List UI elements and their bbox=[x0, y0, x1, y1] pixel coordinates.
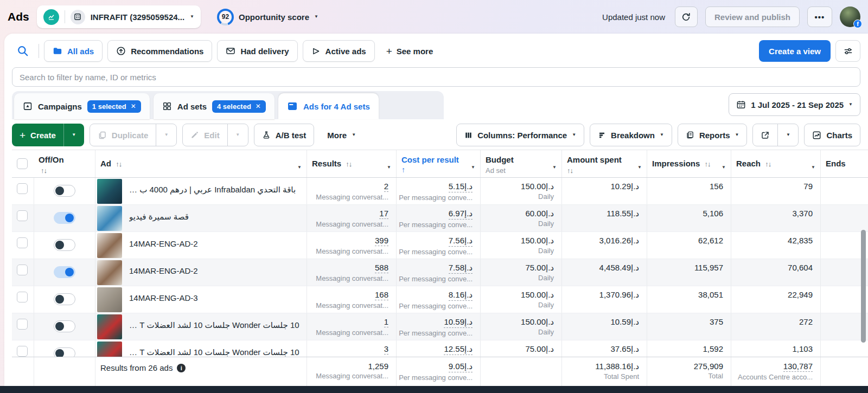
results-value[interactable]: 399 bbox=[375, 236, 388, 246]
more-options-button[interactable]: ••• bbox=[807, 7, 832, 27]
cost-per-result-value[interactable]: 8.16د.إ bbox=[449, 290, 473, 301]
sort-icon: ↑↓ bbox=[705, 160, 711, 168]
column-header-impressions[interactable]: Impressions ↑↓ ▼ bbox=[647, 150, 731, 177]
search-input[interactable] bbox=[12, 67, 860, 87]
ad-active-toggle[interactable] bbox=[54, 212, 75, 224]
clear-selection-icon[interactable]: ✕ bbox=[256, 102, 261, 110]
ad-name[interactable]: باقة التحدي Infrabaldan عربي | درهم 4000… bbox=[129, 179, 303, 204]
refresh-button[interactable] bbox=[675, 7, 698, 27]
ad-active-toggle[interactable] bbox=[54, 239, 75, 251]
ad-active-toggle[interactable] bbox=[54, 185, 75, 197]
account-selector[interactable]: INFRAFIT (3295059524... ▼ bbox=[37, 5, 201, 28]
chevron-down-icon[interactable]: ▼ bbox=[387, 162, 391, 172]
ad-name[interactable]: قصة سميرة فيديو bbox=[129, 206, 303, 231]
cost-per-result-value[interactable]: 5.15د.إ bbox=[449, 182, 473, 192]
cost-per-result-average[interactable]: 9.05د.إ bbox=[449, 362, 473, 372]
vertical-scrollbar[interactable] bbox=[861, 230, 866, 343]
user-avatar[interactable]: f bbox=[840, 7, 860, 27]
chevron-down-icon[interactable]: ▼ bbox=[552, 162, 557, 172]
tab-campaigns[interactable]: Campaigns 1 selected ✕ bbox=[14, 93, 150, 119]
ad-name[interactable]: 14MAR-ENG-AD-3 bbox=[129, 287, 303, 313]
cost-per-result-value[interactable]: 6.97د.إ bbox=[449, 209, 473, 220]
results-value[interactable]: 1 bbox=[384, 317, 388, 327]
search-button[interactable] bbox=[12, 40, 34, 62]
column-header-reach[interactable]: Reach ↑↓ ▼ bbox=[731, 150, 820, 177]
chart-line-icon bbox=[47, 13, 55, 21]
charts-button[interactable]: Charts bbox=[804, 124, 860, 146]
row-checkbox[interactable] bbox=[17, 183, 28, 194]
table-row: 10 جلسات Wonder جلسات 10 لشد العضلات T …… bbox=[12, 313, 868, 340]
chevron-down-icon[interactable]: ▼ bbox=[297, 162, 302, 172]
actions-toolbar: + Create ▼ Duplicate ▼ Edit ▼ A/B test M… bbox=[12, 124, 860, 146]
see-more-button[interactable]: + See more bbox=[380, 46, 440, 56]
cost-per-result-value[interactable]: 10.59د.إ bbox=[444, 317, 473, 328]
more-button[interactable]: More ▼ bbox=[320, 124, 363, 146]
date-range-picker[interactable]: 1 Jul 2025 - 21 Sep 2025 ▼ bbox=[729, 93, 860, 116]
results-value[interactable]: 588 bbox=[375, 263, 388, 273]
column-header-cost-per-result[interactable]: Cost per result ↑ ▼ bbox=[396, 150, 480, 177]
column-header-budget[interactable]: Budget Ad set ▼ bbox=[480, 150, 561, 177]
ad-name[interactable]: 14MAR-ENG-AD-2 bbox=[129, 260, 303, 286]
column-header-amount-spent[interactable]: Amount spent ↑↓ ▼ bbox=[561, 150, 647, 177]
opportunity-score[interactable]: 92 Opportunity score ▼ bbox=[217, 9, 318, 25]
column-header-results[interactable]: Results ↑↓ ▼ bbox=[307, 150, 396, 177]
row-checkbox[interactable] bbox=[17, 346, 28, 357]
filter-chip-recommendations[interactable]: Recommendations bbox=[107, 40, 212, 62]
ad-active-toggle[interactable] bbox=[54, 293, 75, 305]
duplicate-button[interactable]: Duplicate bbox=[90, 124, 156, 146]
filter-chip-had-delivery[interactable]: Had delivery bbox=[217, 40, 297, 62]
reach-total[interactable]: 130,787 bbox=[783, 362, 813, 372]
results-sublabel: Messaging conversat... bbox=[316, 328, 388, 337]
chevron-down-icon[interactable]: ▼ bbox=[811, 162, 815, 172]
reports-button[interactable]: Reports ▼ bbox=[678, 124, 748, 146]
results-value[interactable]: 2 bbox=[384, 182, 388, 192]
clear-selection-icon[interactable]: ✕ bbox=[131, 102, 136, 110]
export-button[interactable] bbox=[753, 124, 777, 146]
chevron-down-icon[interactable]: ▼ bbox=[722, 162, 726, 172]
results-value[interactable]: 3 bbox=[384, 344, 388, 355]
promote-arrow-icon bbox=[311, 47, 321, 56]
ad-active-toggle[interactable] bbox=[54, 320, 75, 332]
column-header-off-on[interactable]: Off/On ↑↓ bbox=[34, 150, 95, 177]
results-value[interactable]: 17 bbox=[379, 209, 388, 219]
select-all-checkbox[interactable] bbox=[17, 158, 28, 169]
filter-chip-all-ads[interactable]: All ads bbox=[44, 40, 103, 62]
tab-ad-sets[interactable]: Ad sets 4 selected ✕ bbox=[154, 93, 275, 119]
ad-name[interactable]: 14MAR-ENG-AD-2 bbox=[129, 233, 303, 259]
breakdown-button[interactable]: Breakdown ▼ bbox=[590, 124, 672, 146]
column-header-ends[interactable]: Ends bbox=[820, 150, 868, 177]
row-checkbox[interactable] bbox=[17, 292, 28, 302]
budget-sublabel: Daily bbox=[538, 274, 554, 282]
ab-test-button[interactable]: A/B test bbox=[254, 124, 315, 146]
cost-per-result-value[interactable]: 12.55د.إ bbox=[444, 344, 473, 355]
view-settings-button[interactable] bbox=[835, 40, 860, 62]
chevron-down-icon[interactable]: ▼ bbox=[471, 162, 475, 172]
ad-name[interactable]: 10 جلسات Wonder جلسات 10 لشد العضلات T … bbox=[129, 314, 303, 340]
info-icon[interactable]: i bbox=[177, 364, 186, 372]
export-dropdown-button[interactable]: ▼ bbox=[777, 124, 798, 146]
results-value[interactable]: 168 bbox=[375, 290, 388, 300]
row-checkbox[interactable] bbox=[17, 319, 28, 330]
create-a-view-button[interactable]: Create a view bbox=[759, 40, 831, 62]
create-dropdown-button[interactable]: ▼ bbox=[63, 124, 84, 146]
create-button[interactable]: + Create bbox=[12, 124, 63, 146]
chevron-down-icon[interactable]: ▼ bbox=[637, 162, 642, 172]
filter-chip-active-ads[interactable]: Active ads bbox=[303, 40, 375, 62]
ad-active-toggle[interactable] bbox=[54, 266, 75, 278]
column-header-ad[interactable]: Ad ↑↓ ▼ bbox=[95, 150, 307, 177]
tab-ads[interactable]: Ads for 4 Ad sets bbox=[278, 93, 379, 119]
cost-per-result-value[interactable]: 7.58د.إ bbox=[449, 263, 473, 274]
duplicate-dropdown-button[interactable]: ▼ bbox=[156, 124, 176, 146]
amount-spent-value: 10.29د.إ bbox=[610, 182, 639, 191]
chevron-down-icon: ▼ bbox=[848, 102, 853, 107]
reach-value: 42,835 bbox=[788, 236, 813, 245]
columns-button[interactable]: Columns: Performance ▼ bbox=[456, 124, 584, 146]
row-checkbox[interactable] bbox=[17, 210, 28, 221]
edit-button[interactable]: Edit bbox=[183, 124, 227, 146]
edit-dropdown-button[interactable]: ▼ bbox=[227, 124, 248, 146]
review-and-publish-button[interactable]: Review and publish bbox=[705, 7, 800, 27]
cost-per-result-value[interactable]: 7.56د.إ bbox=[449, 236, 473, 247]
impressions-value: 375 bbox=[710, 317, 723, 326]
row-checkbox[interactable] bbox=[17, 265, 28, 275]
row-checkbox[interactable] bbox=[17, 237, 28, 248]
